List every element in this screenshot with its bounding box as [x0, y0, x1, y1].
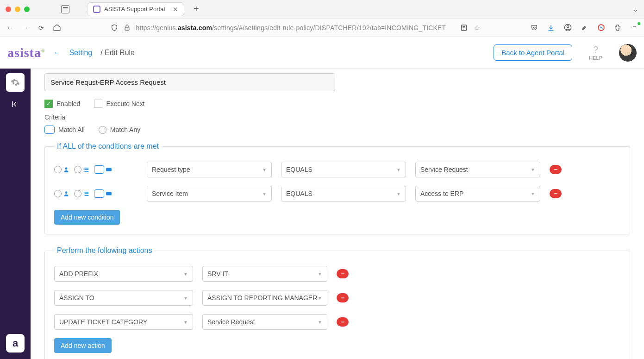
- enabled-checkbox[interactable]: ✓ Enabled: [44, 100, 80, 108]
- cond-type-ticket-radio[interactable]: [94, 189, 112, 198]
- breadcrumb-setting[interactable]: Setting: [69, 49, 92, 57]
- svg-point-8: [567, 25, 569, 27]
- svg-rect-24: [84, 195, 85, 196]
- address-bar[interactable]: https://genius.asista.com/settings/#/set…: [69, 24, 523, 32]
- svg-rect-13: [85, 168, 89, 169]
- tabs-dropdown-icon[interactable]: ⌄: [633, 6, 638, 13]
- minimize-window-icon[interactable]: [15, 6, 20, 12]
- person-icon: [63, 166, 69, 173]
- cond-type-requester-radio[interactable]: [54, 166, 69, 173]
- download-icon[interactable]: [547, 24, 555, 32]
- shield-icon[interactable]: [110, 24, 119, 32]
- condition-row: Service Item▼ EQUALS▼ Access to ERP▼ −: [54, 186, 620, 202]
- action-row: UPDATE TICKET CATEGORY▼ Service Request▼…: [54, 314, 620, 330]
- match-all-radio[interactable]: Match All: [44, 126, 85, 134]
- cond-field-select[interactable]: Service Item▼: [147, 186, 272, 202]
- cond-operator-select[interactable]: EQUALS▼: [281, 162, 406, 177]
- sidebar-collapse-icon[interactable]: [11, 100, 19, 108]
- close-window-icon[interactable]: [6, 6, 11, 12]
- home-icon[interactable]: [53, 24, 61, 32]
- svg-rect-16: [84, 171, 85, 172]
- app-header: asista® ← Setting / Edit Rule Back to Ag…: [0, 37, 644, 69]
- avatar[interactable]: [619, 44, 637, 62]
- svg-rect-21: [85, 192, 89, 193]
- delete-action-button[interactable]: −: [337, 317, 349, 327]
- bookmark-icon[interactable]: ☆: [473, 24, 481, 32]
- reload-icon[interactable]: ⟳: [37, 24, 45, 32]
- reader-icon[interactable]: [460, 24, 468, 32]
- cond-type-ticket-radio[interactable]: [94, 165, 112, 174]
- cond-type-requester-radio[interactable]: [54, 190, 69, 197]
- action-type-select[interactable]: ASSIGN TO▼: [54, 290, 193, 306]
- forward-icon: →: [21, 24, 30, 32]
- sidebar-settings-button[interactable]: [6, 73, 25, 92]
- help-icon: ?: [589, 44, 602, 55]
- list-icon: [83, 166, 89, 173]
- action-type-select[interactable]: UPDATE TICKET CATEGORY▼: [54, 314, 193, 330]
- tab-title: ASISTA Support Portal: [104, 6, 169, 13]
- action-value-select[interactable]: Service Request▼: [202, 314, 327, 330]
- action-type-select[interactable]: ADD PREFIX▼: [54, 266, 193, 282]
- action-value-select[interactable]: SRV-IT-▼: [202, 266, 327, 282]
- browser-tab[interactable]: ASISTA Support Portal ✕: [87, 2, 184, 16]
- close-tab-icon[interactable]: ✕: [173, 6, 178, 13]
- breadcrumb-back-icon[interactable]: ←: [53, 49, 61, 57]
- window-titlebar: ASISTA Support Portal ✕ + ⌄: [0, 0, 644, 19]
- back-icon[interactable]: ←: [6, 24, 14, 32]
- svg-rect-25: [85, 195, 89, 196]
- delete-action-button[interactable]: −: [337, 269, 349, 278]
- add-condition-button[interactable]: Add new condition: [54, 210, 120, 225]
- svg-rect-20: [84, 192, 85, 193]
- navbar-right: ≡: [530, 24, 638, 32]
- eyedropper-icon[interactable]: [580, 24, 588, 32]
- cond-field-select[interactable]: Request type▼: [147, 162, 272, 177]
- extensions-icon[interactable]: [613, 24, 622, 32]
- action-row: ASSIGN TO▼ ASSIGN TO REPORTING MANAGER▼ …: [54, 290, 620, 306]
- add-action-button[interactable]: Add new action: [54, 338, 112, 353]
- svg-rect-18: [106, 168, 112, 171]
- person-icon: [63, 190, 69, 197]
- svg-rect-22: [84, 193, 85, 194]
- svg-rect-0: [63, 7, 68, 8]
- delete-action-button[interactable]: −: [337, 293, 349, 302]
- logo[interactable]: asista®: [7, 45, 45, 60]
- maximize-window-icon[interactable]: [24, 6, 30, 12]
- actions-legend: Perform the following actions: [54, 246, 155, 255]
- execute-next-checkbox[interactable]: Execute Next: [94, 100, 144, 108]
- match-any-radio[interactable]: Match Any: [99, 126, 140, 134]
- conditions-legend: If ALL of the conditions are met: [54, 142, 162, 151]
- sidebar-app-icon[interactable]: a: [6, 334, 25, 353]
- svg-point-19: [65, 191, 68, 194]
- back-to-portal-button[interactable]: Back to Agent Portal: [494, 44, 572, 61]
- noscript-icon[interactable]: [597, 24, 605, 32]
- url-text: https://genius.asista.com/settings/#/set…: [136, 24, 446, 31]
- menu-icon[interactable]: ≡: [630, 24, 638, 32]
- cond-value-select[interactable]: Access to ERP▼: [415, 186, 540, 202]
- cond-type-list-radio[interactable]: [74, 190, 89, 197]
- lock-icon[interactable]: [123, 24, 131, 32]
- rule-name-input[interactable]: [44, 73, 335, 91]
- browser-navbar: ← → ⟳ https://genius.asista.com/settings…: [0, 19, 644, 37]
- delete-condition-button[interactable]: −: [550, 189, 562, 198]
- new-tab-button[interactable]: +: [194, 4, 199, 14]
- svg-rect-23: [85, 193, 89, 194]
- svg-rect-26: [106, 192, 112, 195]
- cond-value-select[interactable]: Service Request▼: [415, 162, 540, 177]
- window-controls: [6, 6, 30, 12]
- account-icon[interactable]: [563, 24, 572, 32]
- tab-overview-icon[interactable]: [61, 5, 69, 13]
- gear-icon: [11, 78, 20, 87]
- action-value-select[interactable]: ASSIGN TO REPORTING MANAGER▼: [202, 290, 327, 306]
- breadcrumb-current: / Edit Rule: [100, 49, 135, 57]
- ticket-icon: [106, 190, 112, 197]
- pocket-icon[interactable]: [530, 24, 538, 32]
- list-icon: [83, 190, 89, 197]
- help-button[interactable]: ? HELP: [589, 44, 602, 61]
- condition-row: Request type▼ EQUALS▼ Service Request▼ −: [54, 162, 620, 177]
- cond-operator-select[interactable]: EQUALS▼: [281, 186, 406, 202]
- actions-fieldset: Perform the following actions ADD PREFIX…: [44, 246, 630, 359]
- cond-type-list-radio[interactable]: [74, 166, 89, 173]
- delete-condition-button[interactable]: −: [550, 165, 562, 174]
- checkbox-checked-icon: ✓: [44, 100, 53, 108]
- sidebar: a: [0, 69, 31, 359]
